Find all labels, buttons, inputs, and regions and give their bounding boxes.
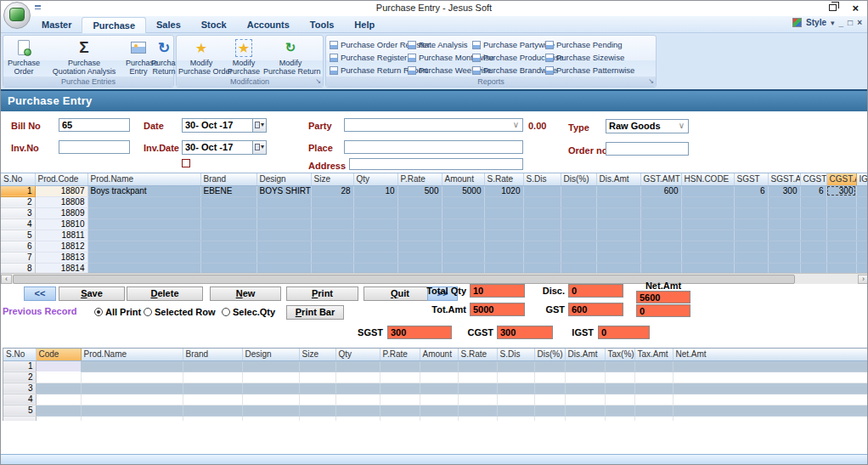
- bottom-grid-cell[interactable]: [380, 394, 420, 405]
- minimize-icon[interactable]: _: [839, 18, 844, 27]
- bottom-grid-cell[interactable]: [565, 360, 605, 371]
- main-grid-cell[interactable]: [397, 218, 442, 230]
- main-grid-cell[interactable]: [353, 252, 397, 263]
- bottom-grid-cell[interactable]: [420, 360, 458, 371]
- bottom-grid-cell[interactable]: [242, 383, 299, 394]
- report-item-purchase-partywise[interactable]: Purchase Partywise: [472, 38, 545, 51]
- bottom-grid-cell[interactable]: [458, 360, 497, 371]
- main-grid-cell[interactable]: [200, 230, 256, 241]
- main-grid-cell[interactable]: [800, 241, 826, 252]
- bottom-grid-cell[interactable]: [299, 360, 335, 371]
- bottom-grid-cell[interactable]: [299, 383, 335, 394]
- address-input[interactable]: [349, 158, 523, 170]
- bottom-grid-cell[interactable]: [605, 405, 634, 416]
- main-grid-cell[interactable]: [561, 218, 596, 230]
- main-grid-cell[interactable]: [200, 263, 256, 273]
- main-grid-cell[interactable]: [200, 207, 256, 218]
- main-grid-cell[interactable]: 7: [1, 252, 35, 263]
- main-grid-cell[interactable]: [826, 230, 856, 241]
- new-button[interactable]: New: [210, 286, 281, 301]
- main-grid-cell[interactable]: [826, 218, 856, 230]
- main-grid-cell[interactable]: [826, 241, 856, 252]
- main-grid-cell[interactable]: [596, 185, 640, 196]
- bottom-grid-cell[interactable]: [673, 394, 868, 405]
- main-grid-cell[interactable]: [561, 241, 596, 252]
- close-icon[interactable]: ×: [852, 1, 859, 16]
- radio-selec-qty[interactable]: Selec.Qty: [222, 307, 275, 317]
- main-grid-cell[interactable]: [826, 252, 856, 263]
- main-grid-cell[interactable]: [856, 252, 868, 263]
- bottom-grid-cell[interactable]: [673, 405, 868, 416]
- main-grid-cell[interactable]: [640, 218, 681, 230]
- ribbon-button-modify-purchase-order[interactable]: ★ModifyPurchase Order: [178, 37, 224, 76]
- main-grid-cell[interactable]: [561, 230, 596, 241]
- main-grid-cell[interactable]: [856, 218, 868, 230]
- style-swatch-icon[interactable]: [792, 18, 802, 27]
- main-grid-cell[interactable]: [87, 252, 200, 263]
- main-grid-cell[interactable]: 1: [1, 185, 35, 196]
- main-grid-cell[interactable]: [734, 252, 768, 263]
- main-grid-cell[interactable]: [484, 230, 523, 241]
- bottom-grid-cell[interactable]: [81, 371, 183, 383]
- main-grid-cell[interactable]: [256, 230, 311, 241]
- radio-all-print[interactable]: All Print: [94, 307, 141, 317]
- main-grid-cell[interactable]: [734, 241, 768, 252]
- bottom-grid-cell[interactable]: [420, 383, 458, 394]
- main-grid-cell[interactable]: [734, 218, 768, 230]
- main-grid-cell[interactable]: [200, 241, 256, 252]
- bottom-grid-cell[interactable]: [605, 360, 634, 371]
- main-grid-cell[interactable]: 2: [1, 196, 35, 207]
- main-grid-cell[interactable]: [397, 207, 442, 218]
- bottom-grid-cell[interactable]: 3: [3, 383, 36, 394]
- bottom-grid-cell[interactable]: [634, 394, 673, 405]
- main-grid-cell[interactable]: [640, 263, 681, 273]
- radio-selected-row[interactable]: Selected Row: [144, 307, 216, 317]
- main-grid-cell[interactable]: [397, 230, 442, 241]
- bottom-grid-cell[interactable]: [242, 405, 299, 416]
- report-item-purchase-brandwise[interactable]: Purchase Brandwise: [472, 64, 545, 77]
- place-input[interactable]: [344, 140, 523, 154]
- bottom-grid-cell[interactable]: 4: [3, 394, 36, 405]
- main-grid-cell[interactable]: 500: [397, 185, 442, 196]
- main-grid-cell[interactable]: [768, 263, 800, 273]
- main-grid-cell[interactable]: 4: [1, 218, 35, 230]
- tab-accounts[interactable]: Accounts: [237, 17, 300, 33]
- bottom-grid-cell[interactable]: 2: [3, 371, 36, 383]
- bottom-grid-cell[interactable]: [534, 405, 565, 416]
- main-grid-cell[interactable]: [768, 230, 800, 241]
- main-grid-cell[interactable]: [856, 196, 868, 207]
- main-grid-cell[interactable]: [596, 218, 640, 230]
- main-grid-cell[interactable]: [397, 196, 442, 207]
- main-grid-cell[interactable]: 18813: [35, 252, 87, 263]
- bottom-grid-cell[interactable]: [534, 360, 565, 371]
- main-grid-cell[interactable]: 18809: [35, 207, 87, 218]
- type-select[interactable]: Raw Goods ∨: [606, 119, 689, 133]
- main-grid-cell[interactable]: 600: [640, 185, 681, 196]
- tab-purchase[interactable]: Purchase: [82, 17, 146, 33]
- main-grid-cell[interactable]: [596, 241, 640, 252]
- main-grid-cell[interactable]: [200, 218, 256, 230]
- main-grid-cell[interactable]: EBENE: [200, 185, 256, 196]
- main-grid-cell[interactable]: [442, 241, 484, 252]
- main-grid-cell[interactable]: [768, 196, 800, 207]
- bottom-grid-cell[interactable]: [458, 405, 497, 416]
- main-grid-cell[interactable]: [397, 241, 442, 252]
- main-grid-cell[interactable]: [826, 207, 856, 218]
- bottom-grid-cell[interactable]: [36, 360, 81, 371]
- main-grid-cell[interactable]: 18810: [35, 218, 87, 230]
- main-grid-cell[interactable]: [826, 196, 856, 207]
- bottom-grid-cell[interactable]: [299, 371, 335, 383]
- bottom-grid-cell[interactable]: [36, 394, 81, 405]
- dialog-launcher-icon[interactable]: ↘: [315, 77, 321, 87]
- main-grid-cell[interactable]: [681, 263, 734, 273]
- main-grid-cell[interactable]: [800, 196, 826, 207]
- bottom-grid-cell[interactable]: [36, 383, 81, 394]
- print-button[interactable]: Print: [286, 286, 358, 301]
- bottom-grid-cell[interactable]: [605, 383, 634, 394]
- bottom-grid-cell[interactable]: [335, 383, 380, 394]
- restore-small-icon[interactable]: □: [848, 18, 853, 27]
- tab-sales[interactable]: Sales: [146, 17, 191, 33]
- tab-tools[interactable]: Tools: [300, 17, 345, 33]
- main-grid-cell[interactable]: 6: [734, 185, 768, 196]
- bottom-grid-cell[interactable]: [458, 394, 497, 405]
